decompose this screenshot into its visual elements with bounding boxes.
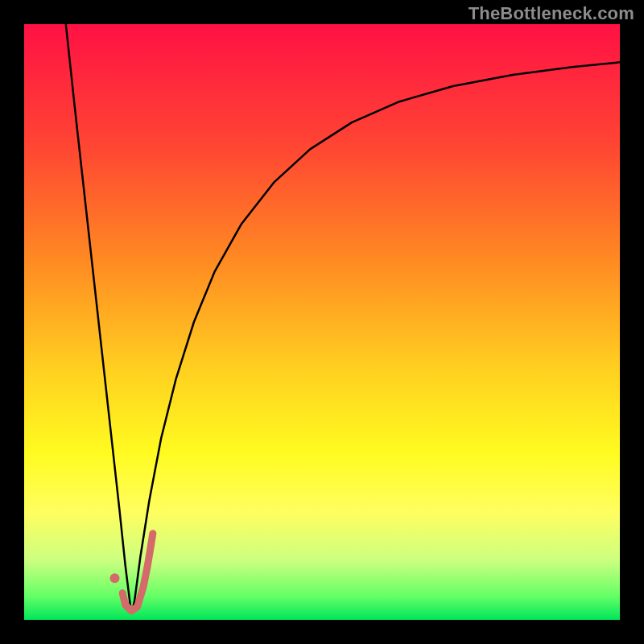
watermark-text: TheBottleneck.com (469, 3, 634, 24)
outer-frame: TheBottleneck.com (0, 0, 644, 644)
marker-marker-dot (109, 573, 119, 583)
chart-background (24, 24, 620, 620)
chart-canvas (24, 24, 620, 620)
